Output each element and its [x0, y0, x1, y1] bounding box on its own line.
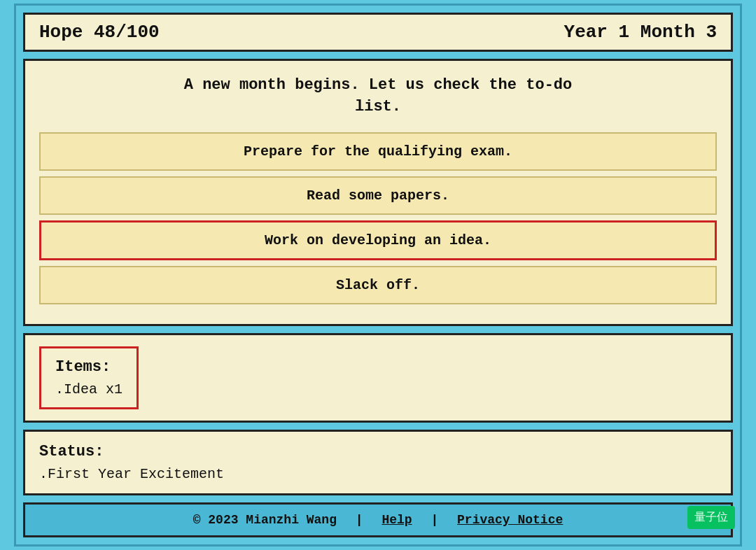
intro-line1: A new month begins. Let us check the to-… [39, 75, 717, 97]
footer-divider-1: | [356, 513, 363, 527]
header-bar: Hope 48/100 Year 1 Month 3 [23, 13, 733, 52]
menu-item-2[interactable]: Work on developing an idea. [39, 220, 717, 260]
wechat-label: 量子位 [694, 511, 728, 523]
menu-item-1[interactable]: Read some papers. [39, 176, 717, 215]
footer-divider-2: | [430, 513, 438, 527]
status-panel: Status: .First Year Excitement [23, 430, 733, 495]
intro-text: A new month begins. Let us check the to-… [39, 75, 717, 118]
page-wrapper: Hope 48/100 Year 1 Month 3 A new month b… [0, 0, 756, 550]
items-title: Items: [55, 358, 122, 376]
wechat-badge: 量子位 [687, 506, 735, 529]
date-display: Year 1 Month 3 [564, 22, 717, 43]
items-entry-0: .Idea x1 [55, 381, 122, 397]
intro-line2: list. [39, 97, 717, 118]
game-container: Hope 48/100 Year 1 Month 3 A new month b… [14, 3, 742, 547]
items-inner: Items: .Idea x1 [39, 346, 139, 409]
hope-display: Hope 48/100 [39, 22, 160, 43]
footer-help[interactable]: Help [382, 513, 412, 527]
status-title: Status: [39, 443, 717, 460]
footer-copyright: © 2023 Mianzhi Wang [193, 513, 337, 527]
items-panel: Items: .Idea x1 [23, 333, 733, 423]
main-panel: A new month begins. Let us check the to-… [23, 59, 733, 326]
menu-item-3[interactable]: Slack off. [39, 266, 717, 304]
status-entry-0: .First Year Excitement [39, 466, 717, 482]
footer-bar: © 2023 Mianzhi Wang | Help | Privacy Not… [23, 502, 733, 537]
footer-privacy[interactable]: Privacy Notice [457, 513, 563, 527]
menu-item-0[interactable]: Prepare for the qualifying exam. [39, 132, 717, 171]
